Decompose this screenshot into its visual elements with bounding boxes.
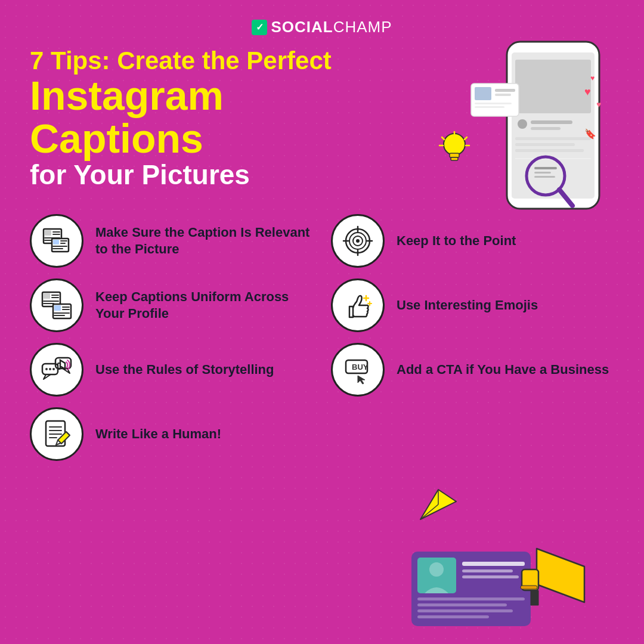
tip-icon-circle-4 — [331, 278, 385, 332]
svg-rect-101 — [521, 586, 537, 589]
title-line2: Instagram Captions — [30, 75, 400, 160]
svg-rect-22 — [534, 167, 557, 169]
svg-rect-17 — [495, 94, 511, 96]
tip-label-5: Use the Rules of Storytelling — [95, 361, 274, 378]
svg-point-48 — [356, 239, 360, 243]
tip-label-7: Write Like a Human! — [95, 426, 221, 442]
phone-illustration: ♥ ♥ ♥ 🔖 — [453, 36, 614, 221]
svg-rect-34 — [45, 230, 51, 236]
tip-item-1: Make Sure the Caption Is Relevant to the… — [30, 214, 313, 268]
tip-icon-circle-1 — [30, 214, 83, 268]
svg-rect-93 — [462, 562, 525, 566]
svg-rect-98 — [417, 609, 513, 612]
tip-label-6: Add a CTA if You Have a Business — [397, 361, 609, 378]
svg-text:🔖: 🔖 — [584, 128, 596, 140]
logo-text: SOCIALCHAMP — [271, 18, 392, 36]
tip-icon-circle-5 — [30, 343, 83, 397]
tips-grid: Make Sure the Caption Is Relevant to the… — [30, 214, 614, 461]
svg-rect-97 — [417, 603, 507, 606]
title-line1: 7 Tips: Create the Perfect — [30, 47, 400, 75]
tip-label-1: Make Sure the Caption Is Relevant to the… — [95, 224, 313, 257]
svg-rect-95 — [462, 575, 519, 578]
svg-text:♥: ♥ — [596, 100, 601, 109]
svg-rect-16 — [495, 89, 515, 92]
svg-point-74 — [49, 368, 51, 370]
svg-rect-24 — [534, 176, 555, 178]
title-section: 7 Tips: Create the Perfect Instagram Cap… — [30, 47, 400, 190]
tip-item-5: Use the Rules of Storytelling — [30, 343, 313, 397]
svg-point-75 — [52, 368, 55, 370]
svg-point-92 — [429, 562, 444, 577]
svg-text:BUY: BUY — [352, 363, 369, 371]
svg-text:♥: ♥ — [584, 86, 591, 98]
svg-rect-40 — [53, 240, 59, 244]
logo-check-icon: ✓ — [252, 20, 267, 35]
svg-rect-2 — [515, 60, 591, 113]
svg-rect-8 — [515, 149, 584, 152]
svg-rect-94 — [462, 569, 513, 572]
svg-point-3 — [518, 119, 527, 129]
svg-rect-60 — [54, 305, 61, 311]
svg-rect-15 — [475, 87, 491, 100]
logo-area: ✓ SOCIALCHAMP — [30, 18, 614, 36]
bottom-decoration — [411, 537, 620, 626]
svg-rect-19 — [475, 106, 504, 108]
tip-label-4: Use Interesting Emojis — [397, 297, 538, 314]
tip-item-3: Keep Captions Uniform Across Your Profil… — [30, 278, 313, 332]
tip-icon-circle-2 — [331, 214, 385, 268]
tip-item-2: Keep It to the Point — [331, 214, 614, 268]
title-line3: for Your Pictures — [30, 160, 400, 190]
svg-point-25 — [444, 134, 465, 155]
svg-line-29 — [465, 137, 467, 140]
page-container: ✓ SOCIALCHAMP ♥ ♥ ♥ 🔖 — [0, 0, 644, 644]
svg-rect-6 — [515, 137, 591, 140]
svg-text:♥: ♥ — [590, 74, 595, 82]
svg-point-73 — [45, 368, 48, 370]
svg-rect-26 — [450, 153, 459, 157]
tip-icon-circle-3 — [30, 278, 83, 332]
svg-rect-96 — [417, 597, 525, 600]
svg-rect-23 — [534, 172, 551, 174]
tip-item-6: BUY Add a CTA if You Have a Business — [331, 343, 614, 397]
svg-line-30 — [442, 137, 444, 140]
svg-rect-4 — [531, 120, 572, 124]
tip-icon-circle-7 — [30, 407, 83, 461]
tip-item-4: Use Interesting Emojis — [331, 278, 614, 332]
logo-brand-light: CHAMP — [333, 18, 392, 36]
svg-rect-7 — [515, 143, 575, 146]
svg-rect-18 — [475, 103, 512, 104]
svg-rect-5 — [531, 127, 561, 130]
lightbulb-decoration — [438, 131, 471, 172]
tip-icon-circle-6: BUY — [331, 343, 385, 397]
paper-plane-decoration — [417, 487, 459, 525]
svg-rect-54 — [44, 293, 50, 299]
tip-label-2: Keep It to the Point — [397, 233, 516, 249]
tip-label-3: Keep Captions Uniform Across Your Profil… — [95, 289, 313, 321]
tip-item-7: Write Like a Human! — [30, 407, 313, 461]
svg-rect-99 — [417, 615, 489, 618]
logo-brand-bold: SOCIAL — [271, 18, 333, 36]
svg-rect-27 — [451, 157, 458, 160]
